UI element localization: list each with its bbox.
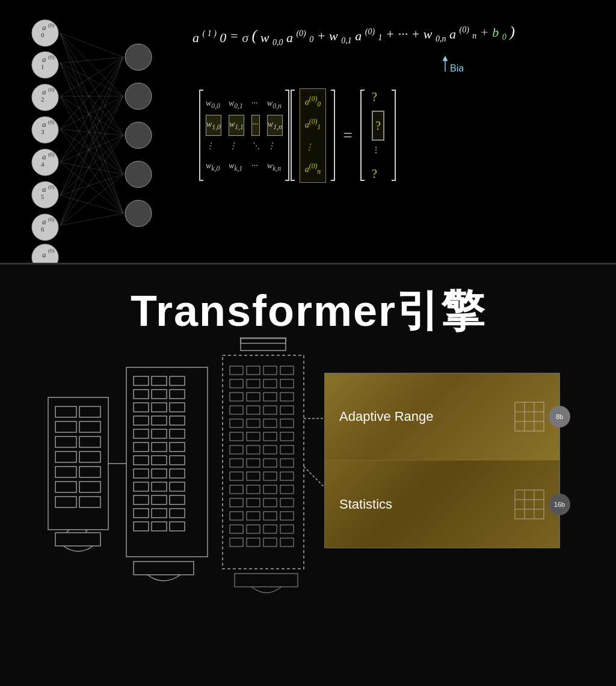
svg-rect-82 bbox=[79, 452, 100, 462]
svg-rect-183 bbox=[230, 538, 243, 547]
matrix-w-cell: ··· bbox=[251, 157, 260, 176]
svg-rect-152 bbox=[247, 432, 260, 441]
matrix-w-cell: w0,n bbox=[267, 94, 283, 114]
svg-rect-140 bbox=[247, 393, 260, 401]
svg-line-2 bbox=[60, 33, 123, 135]
svg-rect-79 bbox=[55, 436, 76, 447]
svg-rect-102 bbox=[134, 416, 149, 425]
neural-network-area: a (0) 0 a (0) 1 a (0) 2 a (0) 3 a (0) 4 bbox=[0, 0, 205, 265]
svg-text:(0): (0) bbox=[48, 119, 55, 125]
svg-rect-138 bbox=[280, 379, 294, 388]
matrix-w-cell: ⋮ bbox=[267, 137, 283, 156]
svg-rect-176 bbox=[247, 512, 260, 520]
svg-rect-80 bbox=[79, 436, 100, 447]
svg-rect-81 bbox=[55, 452, 76, 462]
svg-rect-112 bbox=[152, 456, 167, 465]
svg-rect-97 bbox=[152, 390, 167, 399]
svg-text:a: a bbox=[42, 217, 46, 226]
svg-rect-169 bbox=[263, 485, 277, 494]
svg-rect-123 bbox=[134, 509, 149, 518]
svg-text:a: a bbox=[42, 250, 46, 259]
svg-rect-174 bbox=[280, 498, 294, 507]
svg-line-19 bbox=[60, 129, 123, 213]
svg-rect-84 bbox=[79, 467, 100, 477]
svg-rect-180 bbox=[247, 525, 260, 533]
svg-rect-157 bbox=[263, 446, 277, 454]
svg-rect-156 bbox=[247, 446, 260, 454]
svg-rect-94 bbox=[152, 376, 167, 385]
svg-text:6: 6 bbox=[41, 225, 45, 233]
svg-rect-120 bbox=[134, 495, 149, 504]
svg-rect-117 bbox=[134, 482, 149, 491]
svg-rect-118 bbox=[152, 482, 167, 491]
svg-text:(0): (0) bbox=[48, 22, 55, 28]
top-panel: a (0) 0 a (0) 1 a (0) 2 a (0) 3 a (0) 4 bbox=[0, 0, 616, 265]
svg-rect-93 bbox=[134, 376, 149, 385]
svg-rect-172 bbox=[247, 498, 260, 507]
svg-rect-131 bbox=[230, 366, 243, 375]
svg-rect-119 bbox=[170, 482, 185, 491]
title-chinese: 引擎 bbox=[396, 287, 485, 335]
svg-text:(0): (0) bbox=[48, 87, 55, 93]
svg-rect-186 bbox=[280, 538, 294, 547]
svg-rect-127 bbox=[152, 522, 167, 531]
svg-point-68 bbox=[125, 122, 152, 149]
svg-rect-170 bbox=[280, 485, 294, 494]
svg-text:a: a bbox=[42, 55, 46, 64]
svg-rect-159 bbox=[230, 459, 243, 467]
svg-line-20 bbox=[60, 57, 123, 162]
matrix-w-cell-hl: ··· bbox=[251, 115, 260, 135]
bottom-panel: Transformer引擎 bbox=[0, 265, 616, 686]
svg-text:(0): (0) bbox=[48, 54, 55, 60]
svg-rect-122 bbox=[170, 495, 185, 504]
svg-line-29 bbox=[60, 195, 123, 213]
architecture-diagram: Adaptive Range 8b St bbox=[30, 337, 590, 650]
svg-rect-133 bbox=[263, 366, 277, 375]
svg-line-192 bbox=[304, 467, 325, 488]
svg-rect-151 bbox=[230, 432, 243, 441]
svg-rect-188 bbox=[241, 337, 286, 351]
svg-rect-114 bbox=[134, 469, 149, 478]
svg-rect-124 bbox=[152, 509, 167, 518]
svg-rect-89 bbox=[55, 533, 100, 546]
svg-rect-132 bbox=[247, 366, 260, 375]
svg-rect-101 bbox=[170, 403, 185, 412]
svg-rect-121 bbox=[152, 495, 167, 504]
svg-text:(0): (0) bbox=[48, 184, 55, 190]
svg-text:5: 5 bbox=[41, 193, 45, 200]
svg-rect-149 bbox=[263, 419, 277, 427]
svg-point-67 bbox=[125, 83, 152, 109]
svg-rect-105 bbox=[134, 429, 149, 438]
svg-line-9 bbox=[60, 63, 123, 213]
matrix-w-cell: w0,1 bbox=[229, 94, 244, 114]
svg-rect-128 bbox=[170, 522, 185, 531]
svg-rect-126 bbox=[134, 522, 149, 531]
svg-rect-100 bbox=[152, 403, 167, 412]
svg-text:(0): (0) bbox=[48, 248, 55, 254]
svg-rect-129 bbox=[134, 562, 194, 575]
svg-rect-168 bbox=[247, 485, 260, 494]
matrix-w-cell: ⋱ bbox=[251, 137, 260, 156]
svg-rect-88 bbox=[79, 497, 100, 507]
svg-text:0: 0 bbox=[41, 31, 45, 38]
svg-rect-187 bbox=[235, 574, 298, 587]
svg-rect-146 bbox=[280, 406, 294, 414]
svg-rect-144 bbox=[247, 406, 260, 414]
svg-rect-175 bbox=[230, 512, 243, 520]
svg-rect-86 bbox=[79, 482, 100, 492]
svg-rect-161 bbox=[263, 459, 277, 467]
svg-text:4: 4 bbox=[41, 161, 45, 168]
svg-rect-83 bbox=[55, 467, 76, 477]
svg-rect-125 bbox=[170, 509, 185, 518]
svg-rect-164 bbox=[247, 472, 260, 480]
svg-rect-189 bbox=[241, 338, 286, 343]
svg-line-34 bbox=[60, 213, 123, 225]
svg-text:(0): (0) bbox=[48, 152, 55, 158]
svg-rect-115 bbox=[152, 469, 167, 478]
svg-text:a: a bbox=[42, 152, 46, 161]
svg-rect-108 bbox=[134, 443, 149, 452]
svg-rect-150 bbox=[280, 419, 294, 427]
svg-rect-173 bbox=[263, 498, 277, 507]
svg-rect-147 bbox=[230, 419, 243, 427]
svg-rect-160 bbox=[247, 459, 260, 467]
